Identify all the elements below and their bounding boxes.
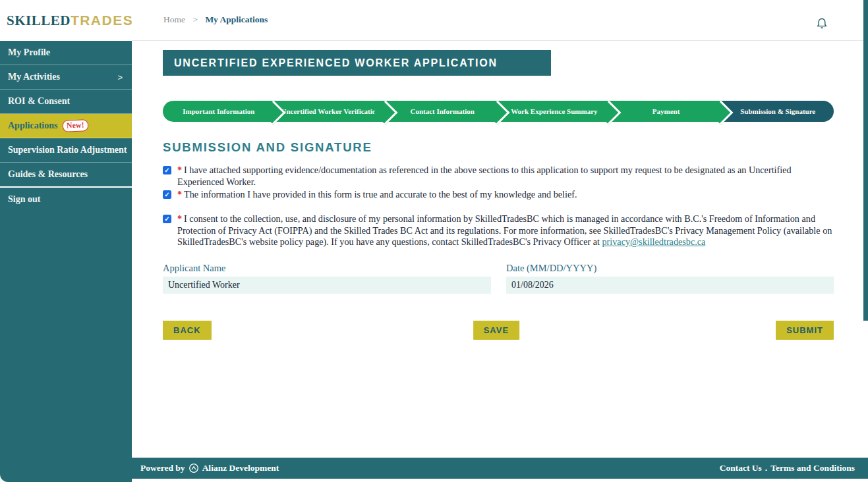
checkbox-text: *I have attached supporting evidence/doc…: [177, 165, 834, 188]
application-title-banner: UNCERTIFIED EXPERIENCED WORKER APPLICATI…: [163, 50, 551, 76]
checkbox-row-evidence: *I have attached supporting evidence/doc…: [163, 165, 834, 188]
step-contact-information[interactable]: Contact Information: [386, 101, 498, 122]
sidebar-item-label: My Activities: [8, 72, 60, 82]
brand-logo-text: SKILLEDTRADESBC: [7, 13, 143, 29]
date-label: Date (MM/DD/YYYY): [506, 263, 596, 274]
application-title: UNCERTIFIED EXPERIENCED WORKER APPLICATI…: [174, 57, 498, 69]
breadcrumb-separator: >: [192, 14, 198, 24]
step-label: Work Experience Summary: [511, 107, 597, 115]
checkbox-text: *The information I have provided in this…: [177, 189, 577, 201]
notification-bell-icon[interactable]: [815, 17, 828, 30]
checkbox-row-consent: *I consent to the collection, use, and d…: [163, 213, 834, 248]
date-field[interactable]: 01/08/2026: [506, 277, 834, 294]
brand-logo-primary: SKILLED: [7, 13, 71, 28]
contact-us-link[interactable]: Contact Us: [720, 463, 762, 473]
section-title: SUBMISSION AND SIGNATURE: [163, 140, 372, 155]
powered-by-text: Powered by: [140, 463, 185, 473]
sidebar-item-label: Guides & Resources: [8, 169, 88, 180]
main-content: UNCERTIFIED EXPERIENCED WORKER APPLICATI…: [132, 41, 868, 458]
company-name-text: Alianz Development: [202, 463, 279, 473]
consent-checkbox[interactable]: [163, 215, 171, 223]
privacy-email-link[interactable]: privacy@skilledtradesbc.ca: [602, 236, 706, 247]
checkbox-label-text: I have attached supporting evidence/docu…: [177, 165, 792, 187]
step-label: Payment: [652, 107, 680, 115]
footer-links-separator: .: [765, 463, 767, 473]
progress-steps: Important Information Uncertified Worker…: [163, 101, 834, 122]
sidebar-item-my-activities[interactable]: My Activities >: [0, 65, 132, 90]
required-asterisk: *: [177, 165, 182, 175]
sidebar-item-my-profile[interactable]: My Profile: [0, 41, 132, 65]
new-badge: New!: [63, 119, 88, 132]
step-important-information[interactable]: Important Information: [163, 101, 275, 122]
back-button[interactable]: BACK: [163, 321, 212, 340]
breadcrumb-current: My Applications: [205, 14, 268, 24]
sidebar-item-roi-consent[interactable]: ROI & Consent: [0, 90, 132, 114]
evidence-checkbox[interactable]: [163, 166, 171, 174]
submit-button[interactable]: SUBMIT: [776, 321, 834, 340]
terms-conditions-link[interactable]: Terms and Conditions: [770, 463, 855, 473]
sidebar-item-label: Applications: [8, 120, 57, 131]
checkbox-label-text: The information I have provided in this …: [184, 189, 577, 200]
step-submission-signature[interactable]: Submission & Signature: [722, 101, 834, 122]
sidebar-item-sign-out[interactable]: Sign out: [0, 186, 132, 211]
save-button[interactable]: SAVE: [473, 321, 519, 340]
step-label: Submission & Signature: [740, 107, 815, 115]
scrollbar-thumb[interactable]: [863, 0, 868, 321]
step-uncertified-worker-verification[interactable]: Uncertified Worker Verification: [275, 101, 387, 122]
applicant-name-label: Applicant Name: [163, 263, 225, 274]
chevron-right-icon: >: [117, 72, 123, 82]
step-payment[interactable]: Payment: [610, 101, 722, 122]
alianz-logo-icon: [188, 463, 199, 473]
breadcrumb-home-link[interactable]: Home: [163, 14, 185, 24]
sidebar-item-label: My Profile: [8, 47, 50, 58]
brand-logo-secondary: TRADES: [71, 13, 133, 28]
step-label: Uncertified Worker Verification: [281, 107, 380, 115]
step-work-experience-summary[interactable]: Work Experience Summary: [498, 101, 610, 122]
step-label: Contact Information: [410, 107, 474, 115]
sidebar-item-supervision-ratio[interactable]: Supervision Ratio Adjustment: [0, 138, 132, 163]
brand-logo: SKILLEDTRADESBC: [0, 0, 132, 41]
required-asterisk: *: [177, 189, 182, 200]
footer-links: Contact Us . Terms and Conditions: [720, 463, 855, 473]
sidebar-item-label: Supervision Ratio Adjustment: [8, 145, 127, 155]
checkbox-text: *I consent to the collection, use, and d…: [177, 213, 834, 248]
sidebar-item-label: ROI & Consent: [8, 96, 70, 107]
accuracy-checkbox[interactable]: [163, 190, 171, 199]
sidebar-item-guides-resources[interactable]: Guides & Resources: [0, 163, 132, 187]
step-label: Important Information: [183, 107, 254, 115]
sidebar-nav: My Profile My Activities > ROI & Consent…: [0, 41, 132, 482]
page-footer: Powered by Alianz Development Contact Us…: [132, 458, 868, 479]
applicant-name-field[interactable]: Uncertified Worker: [163, 277, 491, 294]
required-asterisk: *: [177, 213, 182, 224]
checkbox-row-accuracy: *The information I have provided in this…: [163, 189, 834, 201]
sidebar-item-label: Sign out: [8, 194, 40, 205]
sidebar-item-applications[interactable]: Applications New!: [0, 114, 132, 138]
footer-powered-by: Powered by Alianz Development: [140, 463, 279, 473]
top-header: Home > My Applications: [132, 0, 868, 41]
checkbox-label-text: I consent to the collection, use, and di…: [177, 213, 832, 247]
breadcrumb: Home > My Applications: [163, 14, 268, 25]
